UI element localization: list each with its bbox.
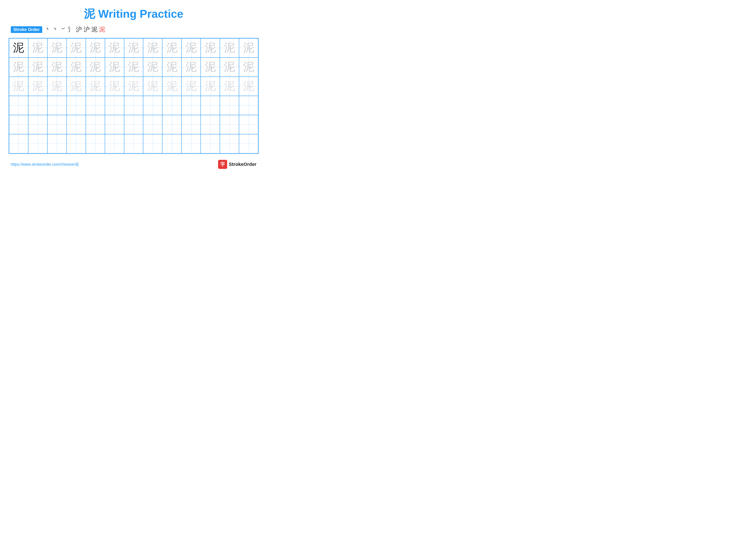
cell-char: 泥 xyxy=(166,42,177,53)
grid-cell[interactable]: 泥 xyxy=(86,77,105,96)
grid-cell[interactable] xyxy=(47,115,67,134)
grid-cell[interactable] xyxy=(201,96,220,115)
grid-cell[interactable]: 泥 xyxy=(143,58,162,77)
grid-cell[interactable]: 泥 xyxy=(124,38,143,58)
cell-char: 泥 xyxy=(109,62,120,73)
grid-cell[interactable] xyxy=(220,96,239,115)
grid-cell[interactable] xyxy=(162,115,181,134)
grid-cell[interactable]: 泥 xyxy=(47,77,67,96)
grid-cell[interactable]: 泥 xyxy=(181,58,201,77)
grid-cell[interactable]: 泥 xyxy=(162,38,181,58)
grid-cell[interactable]: 泥 xyxy=(67,58,86,77)
grid-cell[interactable] xyxy=(28,115,47,134)
grid-cell[interactable]: 泥 xyxy=(9,38,28,58)
grid-cell[interactable]: 泥 xyxy=(124,77,143,96)
grid-cell[interactable] xyxy=(239,96,258,115)
cell-char: 泥 xyxy=(70,42,82,53)
grid-cell[interactable] xyxy=(220,134,239,153)
grid-cell[interactable]: 泥 xyxy=(67,38,86,58)
grid-row-3 xyxy=(9,96,258,115)
grid-cell[interactable]: 泥 xyxy=(28,77,47,96)
grid-cell[interactable]: 泥 xyxy=(143,77,162,96)
grid-cell[interactable]: 泥 xyxy=(86,38,105,58)
grid-cell[interactable] xyxy=(9,96,28,115)
cell-char: 泥 xyxy=(147,62,158,73)
grid-cell[interactable]: 泥 xyxy=(124,58,143,77)
grid-cell[interactable]: 泥 xyxy=(28,38,47,58)
stroke-step-5: 沪 xyxy=(76,25,82,34)
grid-cell[interactable] xyxy=(201,115,220,134)
grid-cell[interactable] xyxy=(86,134,105,153)
cell-char: 泥 xyxy=(243,62,254,73)
grid-cell[interactable] xyxy=(67,115,86,134)
grid-cell[interactable]: 泥 xyxy=(239,58,258,77)
grid-cell[interactable]: 泥 xyxy=(181,77,201,96)
grid-cell[interactable] xyxy=(239,134,258,153)
grid-cell[interactable] xyxy=(181,134,201,153)
grid-cell[interactable] xyxy=(162,134,181,153)
grid-cell[interactable]: 泥 xyxy=(47,38,67,58)
grid-cell[interactable]: 泥 xyxy=(105,38,124,58)
grid-cell[interactable]: 泥 xyxy=(9,77,28,96)
grid-cell[interactable] xyxy=(47,134,67,153)
grid-cell[interactable]: 泥 xyxy=(220,77,239,96)
grid-cell[interactable]: 泥 xyxy=(67,77,86,96)
grid-cell[interactable] xyxy=(105,96,124,115)
cell-char: 泥 xyxy=(128,81,139,92)
grid-cell[interactable]: 泥 xyxy=(86,58,105,77)
grid-cell[interactable] xyxy=(201,134,220,153)
grid-cell[interactable]: 泥 xyxy=(239,38,258,58)
grid-cell[interactable] xyxy=(9,115,28,134)
grid-cell[interactable]: 泥 xyxy=(162,77,181,96)
grid-cell[interactable] xyxy=(105,115,124,134)
grid-row-1: 泥泥泥泥泥泥泥泥泥泥泥泥泥 xyxy=(9,58,258,77)
grid-cell[interactable] xyxy=(28,134,47,153)
grid-cell[interactable] xyxy=(124,96,143,115)
grid-cell[interactable] xyxy=(143,115,162,134)
grid-cell[interactable] xyxy=(239,115,258,134)
grid-cell[interactable]: 泥 xyxy=(143,38,162,58)
grid-cell[interactable]: 泥 xyxy=(201,58,220,77)
grid-cell[interactable] xyxy=(86,115,105,134)
grid-cell[interactable]: 泥 xyxy=(9,58,28,77)
grid-cell[interactable]: 泥 xyxy=(47,58,67,77)
grid-cell[interactable] xyxy=(67,96,86,115)
grid-cell[interactable] xyxy=(105,134,124,153)
grid-cell[interactable]: 泥 xyxy=(28,58,47,77)
cell-char: 泥 xyxy=(51,42,63,53)
footer-url[interactable]: https://www.strokeorder.com/chinese/泥 xyxy=(11,162,79,167)
grid-cell[interactable] xyxy=(9,134,28,153)
grid-cell[interactable]: 泥 xyxy=(162,58,181,77)
cell-char: 泥 xyxy=(32,42,43,53)
grid-cell[interactable] xyxy=(181,96,201,115)
grid-cell[interactable]: 泥 xyxy=(220,38,239,58)
grid-cell[interactable]: 泥 xyxy=(220,58,239,77)
grid-cell[interactable] xyxy=(124,134,143,153)
grid-cell[interactable] xyxy=(220,115,239,134)
grid-cell[interactable] xyxy=(143,96,162,115)
cell-char: 泥 xyxy=(186,42,197,53)
grid-cell[interactable]: 泥 xyxy=(105,77,124,96)
grid-cell[interactable]: 泥 xyxy=(181,38,201,58)
stroke-step-3: ㇀ xyxy=(60,25,67,34)
grid-cell[interactable] xyxy=(67,134,86,153)
grid-cell[interactable] xyxy=(124,115,143,134)
cell-char: 泥 xyxy=(186,81,197,92)
grid-cell[interactable] xyxy=(28,96,47,115)
cell-char: 泥 xyxy=(70,62,82,73)
stroke-step-4: 氵 xyxy=(68,25,74,34)
grid-cell[interactable] xyxy=(181,115,201,134)
grid-row-4 xyxy=(9,115,258,134)
grid-cell[interactable] xyxy=(47,96,67,115)
cell-char: 泥 xyxy=(147,81,158,92)
grid-cell[interactable]: 泥 xyxy=(239,77,258,96)
cell-char: 泥 xyxy=(13,81,24,92)
grid-cell[interactable]: 泥 xyxy=(201,77,220,96)
grid-cell[interactable]: 泥 xyxy=(105,58,124,77)
grid-cell[interactable] xyxy=(143,134,162,153)
grid-cell[interactable] xyxy=(162,96,181,115)
cell-char: 泥 xyxy=(147,42,158,53)
grid-cell[interactable]: 泥 xyxy=(201,38,220,58)
cell-char: 泥 xyxy=(224,81,235,92)
grid-cell[interactable] xyxy=(86,96,105,115)
